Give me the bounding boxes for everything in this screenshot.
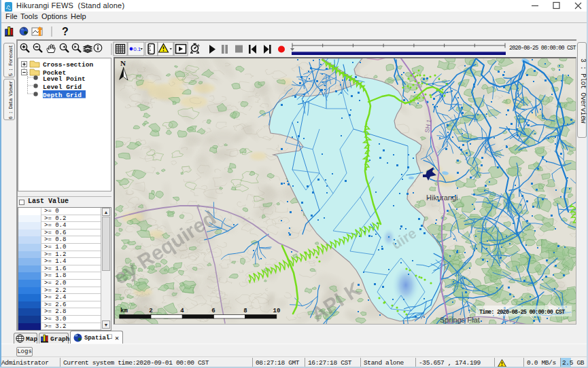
svg-text:Level Grid: Level Grid xyxy=(43,84,82,91)
svg-text:km: km xyxy=(120,308,128,314)
svg-text:3 : Plot Overview: 3 : Plot Overview xyxy=(579,58,587,124)
svg-text:Hikurangi: Hikurangi xyxy=(426,194,457,202)
svg-text:N: N xyxy=(120,59,126,67)
svg-text:Springs Flat: Springs Flat xyxy=(440,316,480,324)
svg-text:?: ? xyxy=(62,26,69,37)
svg-text:0.1: 0.1 xyxy=(133,46,141,52)
svg-text:8: 8 xyxy=(243,308,247,314)
svg-text:2: 2 xyxy=(149,308,152,314)
svg-text:2020-08-25 00:00:00 CST: 2020-08-25 00:00:00 CST xyxy=(509,45,576,52)
svg-text:Time: 2020-08-25 00:00:00 CST: Time: 2020-08-25 00:00:00 CST xyxy=(479,309,565,316)
svg-text:6: 6 xyxy=(211,308,215,314)
svg-text:6 : Data Viewer: 6 : Data Viewer xyxy=(8,81,14,119)
svg-text:10: 10 xyxy=(273,308,281,314)
svg-text:4: 4 xyxy=(180,308,184,314)
svg-text:Cross-section: Cross-section xyxy=(43,61,93,69)
svg-text:5 : Forecast: 5 : Forecast xyxy=(8,45,14,76)
svg-text:Level Point: Level Point xyxy=(43,75,86,83)
svg-text:Depth Grid: Depth Grid xyxy=(43,92,82,99)
